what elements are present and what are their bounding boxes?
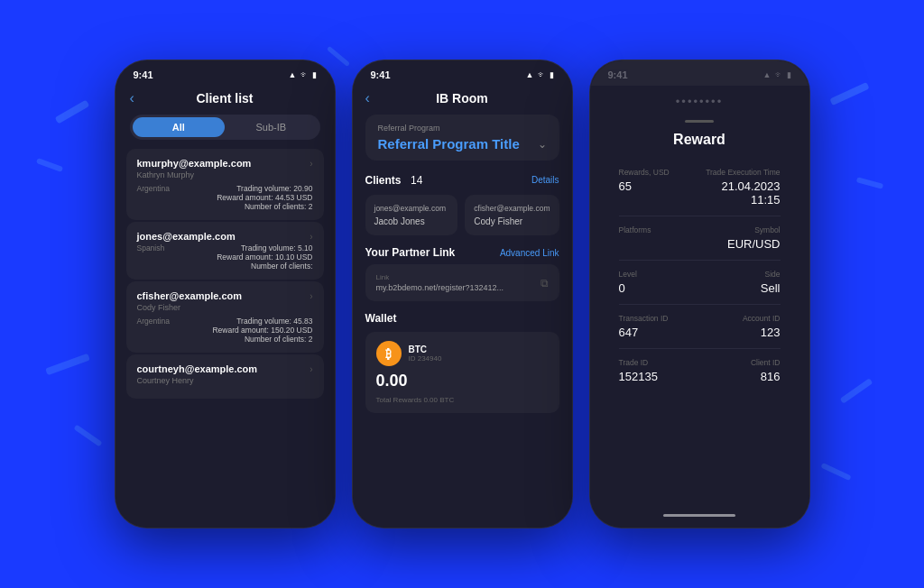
phones-container: 9:41 ▲ ᯤ ▮ ‹ Client list All Sub-IB xyxy=(115,60,810,528)
chevron-icon-1: › xyxy=(310,159,312,169)
client-vol-3: Trading volume: 45.83 xyxy=(236,317,312,326)
reward-value-0-left: 65 xyxy=(619,179,700,193)
client-country-3: Argentina xyxy=(137,317,170,326)
client-item-2[interactable]: jones@example.com › Spanish Trading volu… xyxy=(126,222,324,280)
reward-value-3-left: 647 xyxy=(619,326,700,339)
wallet-title: Wallet xyxy=(365,312,559,325)
reward-label-4-right: Client ID xyxy=(699,358,781,367)
client-item-1[interactable]: kmurphy@example.com › Kathryn Murphy Arg… xyxy=(126,149,324,220)
status-bar-2: 9:41 ▲ ᯤ ▮ xyxy=(353,60,572,86)
phone-client-list: 9:41 ▲ ᯤ ▮ ‹ Client list All Sub-IB xyxy=(115,60,336,528)
reward-value-2-right: Sell xyxy=(699,281,781,295)
tab-bar-1: All Sub-IB xyxy=(130,115,320,140)
total-rewards: Total Rewards 0.00 BTC xyxy=(376,396,549,404)
client-email-3: cfisher@example.com xyxy=(137,290,243,301)
client-country-2: Spanish xyxy=(137,243,165,253)
clients-details-link[interactable]: Details xyxy=(531,175,559,185)
reward-value-1-right: EUR/USD xyxy=(699,237,781,251)
reward-label-1-right: Symbol xyxy=(699,225,781,234)
battery-icon-2: ▮ xyxy=(550,70,554,79)
client-item-4[interactable]: courtneyh@example.com › Courtney Henry xyxy=(126,354,324,399)
client-email-1: kmurphy@example.com xyxy=(137,158,252,169)
client-name-1: Kathryn Murphy xyxy=(137,170,313,179)
reward-label-2-right: Side xyxy=(699,270,781,279)
client-email-4: courtneyh@example.com xyxy=(137,363,258,374)
card-name-2: Cody Fisher xyxy=(474,216,550,226)
phone-ib-room: 9:41 ▲ ᯤ ▮ ‹ IB Room Referral Program Re… xyxy=(352,60,573,528)
clients-section: Clients 14 Details jones@example.com Jac… xyxy=(365,171,559,235)
tab-sub-ib[interactable]: Sub-IB xyxy=(225,117,318,137)
client-card-1[interactable]: jones@example.com Jacob Jones xyxy=(365,195,458,235)
client-item-3[interactable]: cfisher@example.com › Cody Fisher Argent… xyxy=(126,281,324,353)
status-icons-1: ▲ ᯤ ▮ xyxy=(289,70,317,79)
link-value: my.b2bdemo.net/register?132412... xyxy=(376,283,504,292)
reward-value-3-right: 123 xyxy=(699,326,781,339)
referral-program-card[interactable]: Referral Program Referral Program Title … xyxy=(365,115,559,161)
client-count-2: Number of clients: xyxy=(251,262,313,271)
bottom-indicator xyxy=(605,507,795,528)
ib-room-title: IB Room xyxy=(436,91,488,106)
partner-link-section: Your Partner Link Advanced Link Link my.… xyxy=(365,246,559,301)
link-label: Link xyxy=(376,273,504,281)
reward-label-3-left: Transaction ID xyxy=(619,314,700,323)
referral-chevron-icon: ⌄ xyxy=(538,138,547,151)
reward-label-0-right: Trade Execution Time xyxy=(699,168,781,177)
signal-icon-2: ▲ xyxy=(526,70,534,79)
client-name-3: Cody Fisher xyxy=(137,303,313,312)
tab-all[interactable]: All xyxy=(133,117,226,137)
client-count-3: Number of clients: 2 xyxy=(245,335,313,344)
clients-grid: jones@example.com Jacob Jones cfisher@ex… xyxy=(365,195,559,235)
clients-section-title: Clients xyxy=(365,174,402,187)
back-button-2[interactable]: ‹ xyxy=(365,90,370,106)
reward-title-section: Reward xyxy=(605,126,795,159)
reward-label-4-left: Trade ID xyxy=(619,358,700,367)
battery-icon-3: ▮ xyxy=(787,70,791,79)
battery-icon: ▮ xyxy=(312,70,317,79)
btc-icon: ₿ xyxy=(376,341,402,366)
status-bar-3: 9:41 ▲ ᯤ ▮ xyxy=(590,60,809,86)
client-reward-1: Reward amount: 44.53 USD xyxy=(217,193,312,202)
advanced-link[interactable]: Advanced Link xyxy=(500,248,559,258)
wallet-section: Wallet ₿ BTC ID 234940 0.00 Total Reward… xyxy=(365,312,559,413)
client-list-header: ‹ Client list xyxy=(116,86,335,115)
reward-value-2-left: 0 xyxy=(619,281,700,295)
client-list-title: Client list xyxy=(196,91,253,106)
reward-row-2: Level 0 Side Sell xyxy=(619,261,781,305)
reward-value-4-left: 152135 xyxy=(619,370,700,383)
wifi-icon: ᯤ xyxy=(300,70,309,79)
reward-handle xyxy=(605,113,795,126)
reward-value-4-right: 816 xyxy=(699,370,781,383)
client-count-1: Number of clients: 2 xyxy=(245,202,313,211)
status-bar-1: 9:41 ▲ ᯤ ▮ xyxy=(116,60,335,86)
status-icons-3: ▲ ᯤ ▮ xyxy=(763,70,791,79)
handle-bar xyxy=(685,120,714,123)
status-time-3: 9:41 xyxy=(608,69,628,80)
client-list: kmurphy@example.com › Kathryn Murphy Arg… xyxy=(116,149,335,528)
copy-icon[interactable]: ⧉ xyxy=(541,277,549,289)
back-button-1[interactable]: ‹ xyxy=(130,90,134,106)
wallet-card: ₿ BTC ID 234940 0.00 Total Rewards 0.00 … xyxy=(365,332,559,413)
client-vol-2: Trading volume: 5.10 xyxy=(241,243,313,253)
reward-row-4: Trade ID 152135 Client ID 816 xyxy=(619,349,781,392)
referral-title: Referral Program Title xyxy=(378,136,520,152)
reward-header-area: •••••••• xyxy=(605,86,795,113)
referral-label: Referral Program xyxy=(378,124,547,133)
wallet-amount: 0.00 xyxy=(376,372,549,390)
reward-row-3: Transaction ID 647 Account ID 123 xyxy=(619,305,781,349)
reward-value-0-right: 21.04.2023 11:15 xyxy=(699,179,781,207)
status-time-2: 9:41 xyxy=(371,69,391,80)
chevron-icon-3: › xyxy=(310,291,312,301)
chevron-icon-2: › xyxy=(310,232,312,242)
card-email-2: cfisher@example.com xyxy=(474,204,550,213)
card-email-1: jones@example.com xyxy=(374,204,449,213)
link-box: Link my.b2bdemo.net/register?132412... ⧉ xyxy=(365,264,559,301)
client-vol-1: Trading volume: 20.90 xyxy=(236,184,312,193)
reward-label-3-right: Account ID xyxy=(699,314,781,323)
client-reward-3: Reward amount: 150.20 USD xyxy=(212,326,312,335)
chevron-icon-4: › xyxy=(310,364,312,374)
reward-row-1: Platforms Symbol EUR/USD xyxy=(619,216,781,261)
home-indicator xyxy=(663,514,735,517)
reward-header-title: •••••••• xyxy=(676,95,723,108)
client-card-2[interactable]: cfisher@example.com Cody Fisher xyxy=(465,195,559,235)
wallet-id: ID 234940 xyxy=(409,354,442,363)
